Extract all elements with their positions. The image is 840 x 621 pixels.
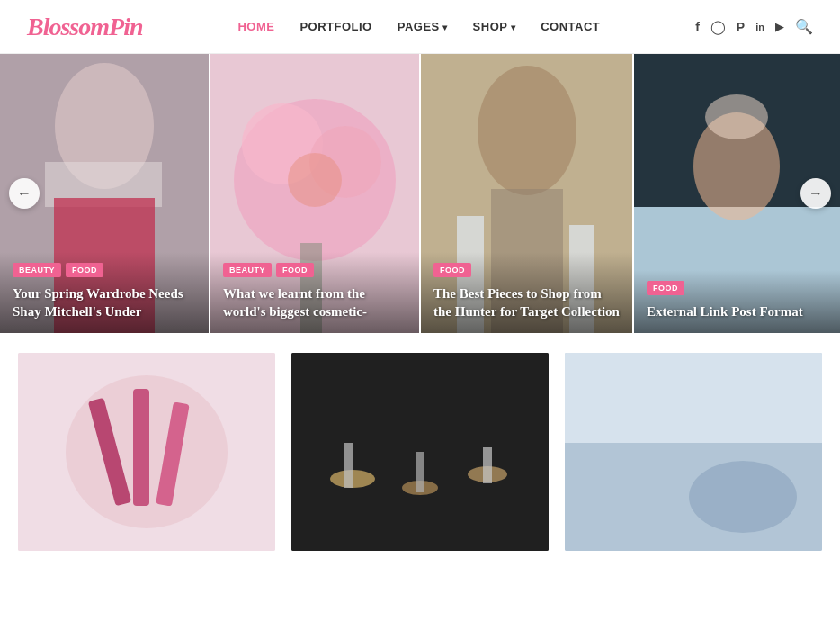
- social-icons: f ◯ P in ▶ 🔍: [695, 18, 813, 35]
- instagram-icon[interactable]: ◯: [710, 19, 726, 35]
- youtube-icon[interactable]: ▶: [775, 20, 784, 34]
- card-1[interactable]: [18, 353, 275, 551]
- logo-black: Blossom: [27, 13, 109, 40]
- tag-beauty-2: BEAUTY: [223, 263, 272, 277]
- tag-food-2: FOOD: [276, 263, 314, 277]
- nav-portfolio[interactable]: PORTFOLIO: [299, 20, 371, 33]
- slide-3-overlay: FOOD The Best Pieces to Shop from the Hu…: [421, 252, 632, 334]
- nav-shop[interactable]: SHOP: [473, 20, 516, 33]
- slide-2[interactable]: BEAUTY FOOD What we learnt from the worl…: [210, 54, 419, 333]
- slide-2-tags: BEAUTY FOOD: [223, 263, 407, 277]
- site-logo[interactable]: BlossomPin: [27, 13, 143, 41]
- nav-home[interactable]: HOME: [237, 20, 274, 33]
- slider-next-button[interactable]: →: [800, 178, 831, 209]
- nav-pages[interactable]: PAGES: [398, 20, 448, 33]
- main-nav: HOME PORTFOLIO PAGES SHOP CONTACT: [237, 20, 600, 33]
- slide-3[interactable]: FOOD The Best Pieces to Shop from the Hu…: [421, 54, 632, 333]
- slide-2-overlay: BEAUTY FOOD What we learnt from the worl…: [210, 252, 419, 334]
- slider-prev-button[interactable]: ←: [9, 178, 40, 209]
- nav-contact[interactable]: CONTACT: [541, 20, 600, 33]
- hero-slider: ← BEAUTY FOOD Your Spring Wardrobe Needs…: [0, 54, 840, 333]
- site-header: BlossomPin HOME PORTFOLIO PAGES SHOP CON…: [0, 0, 840, 54]
- tag-food-3: FOOD: [433, 263, 471, 277]
- slide-3-title: The Best Pieces to Shop from the Hunter …: [433, 284, 620, 321]
- search-icon[interactable]: 🔍: [795, 18, 813, 35]
- card-3-image: [565, 353, 822, 551]
- facebook-icon[interactable]: f: [695, 20, 700, 34]
- slide-1-title: Your Spring Wardrobe Needs Shay Mitchell…: [13, 284, 196, 321]
- slide-4-tags: FOOD: [647, 281, 827, 295]
- card-2[interactable]: [291, 353, 549, 551]
- slide-1-overlay: BEAUTY FOOD Your Spring Wardrobe Needs S…: [0, 252, 209, 334]
- slide-3-tags: FOOD: [433, 263, 620, 277]
- card-2-image: [291, 353, 549, 551]
- linkedin-icon[interactable]: in: [755, 22, 764, 32]
- card-1-image: [18, 353, 275, 551]
- slide-1-tags: BEAUTY FOOD: [13, 263, 196, 277]
- tag-food: FOOD: [66, 263, 103, 277]
- slide-4-overlay: FOOD External Link Post Format: [634, 270, 840, 333]
- slide-4-title: External Link Post Format: [647, 302, 827, 320]
- logo-pink: Pin: [109, 13, 142, 40]
- featured-cards: [0, 333, 840, 551]
- slide-2-title: What we learnt from the world's biggest …: [223, 284, 407, 321]
- card-3[interactable]: [565, 353, 822, 551]
- tag-beauty: BEAUTY: [13, 263, 61, 277]
- pinterest-icon[interactable]: P: [737, 20, 745, 34]
- tag-food-4: FOOD: [647, 281, 684, 295]
